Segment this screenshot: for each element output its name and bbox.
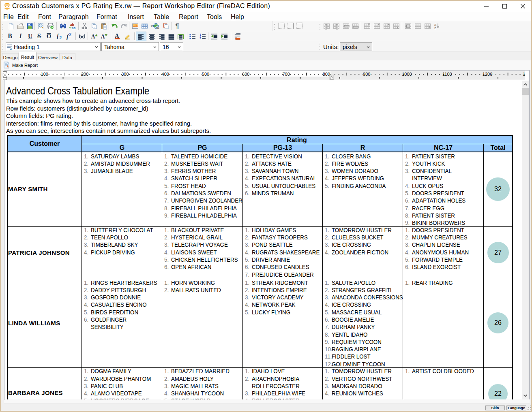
svg-text:900: 900 [363, 72, 370, 77]
svg-text:O: O [47, 33, 51, 39]
svg-text:300: 300 [121, 72, 129, 77]
svg-text:a: a [10, 46, 12, 50]
svg-text:U: U [28, 33, 32, 39]
svg-text:A: A [115, 33, 119, 39]
svg-text:2: 2 [60, 36, 62, 40]
svg-text:400: 400 [162, 72, 169, 77]
svg-text:1000: 1000 [402, 72, 412, 77]
svg-text:600: 600 [242, 72, 249, 77]
svg-text:B: B [8, 33, 12, 39]
svg-text:2: 2 [69, 33, 72, 37]
svg-text:<>: <> [5, 5, 9, 9]
svg-text:500: 500 [202, 72, 209, 77]
svg-text:z: z [434, 26, 436, 30]
svg-text:A: A [91, 34, 95, 40]
svg-text:100: 100 [41, 72, 48, 77]
svg-text:1200: 1200 [483, 72, 492, 77]
svg-text:800: 800 [323, 72, 330, 77]
svg-text:3: 3 [200, 37, 202, 40]
svg-text:1100: 1100 [442, 72, 452, 77]
svg-text:ac: ac [72, 26, 76, 30]
svg-text:700: 700 [282, 72, 290, 77]
svg-text:I: I [19, 33, 22, 39]
svg-text:A: A [101, 34, 105, 40]
svg-text:200: 200 [81, 72, 88, 77]
svg-text:¶: ¶ [176, 23, 179, 30]
svg-text:1300: 1300 [523, 72, 525, 77]
